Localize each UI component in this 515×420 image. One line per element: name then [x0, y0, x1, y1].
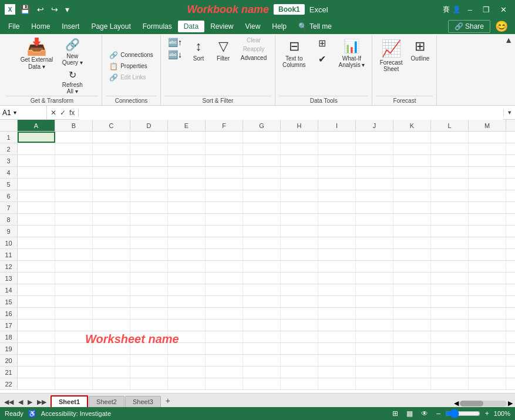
cell-D11[interactable] [130, 249, 168, 260]
cell-B15[interactable] [55, 296, 93, 307]
cell-H15[interactable] [281, 296, 318, 307]
cell-A9[interactable] [18, 226, 55, 237]
cell-E11[interactable] [168, 249, 206, 260]
cell-A19[interactable] [18, 343, 55, 354]
cell-A11[interactable] [18, 249, 55, 260]
cell-K2[interactable] [393, 143, 431, 154]
cell-J2[interactable] [356, 143, 393, 154]
cell-H2[interactable] [281, 143, 318, 154]
cell-F14[interactable] [206, 284, 243, 295]
cell-E4[interactable] [168, 167, 206, 178]
cell-C16[interactable] [93, 308, 130, 319]
get-external-data-button[interactable]: 📥 Get ExternalData ▾ [17, 36, 57, 73]
row-header-20[interactable]: 20 [0, 355, 18, 366]
row-header-6[interactable]: 6 [0, 190, 18, 201]
cell-H1[interactable] [281, 132, 318, 143]
cell-I11[interactable] [318, 249, 356, 260]
cell-G13[interactable] [243, 273, 281, 284]
cell-B8[interactable] [55, 214, 93, 225]
cell-H13[interactable] [281, 273, 318, 284]
cell-B12[interactable] [55, 261, 93, 272]
cell-L10[interactable] [431, 237, 469, 248]
close-button[interactable]: ✕ [497, 4, 510, 15]
cell-H3[interactable] [281, 155, 318, 166]
cell-L16[interactable] [431, 308, 469, 319]
sort-button[interactable]: ↕ Sort [187, 36, 210, 64]
sheet-nav-last[interactable]: ▶▶ [35, 397, 48, 407]
cell-M7[interactable] [469, 202, 506, 213]
cell-C15[interactable] [93, 296, 130, 307]
cell-C20[interactable] [93, 355, 130, 366]
cell-K19[interactable] [393, 343, 431, 354]
cell-G21[interactable] [243, 367, 281, 378]
cell-M19[interactable] [469, 343, 506, 354]
cell-A2[interactable] [18, 143, 55, 154]
connections-button[interactable]: 🔗 Connections [107, 51, 156, 60]
cell-B17[interactable] [55, 320, 93, 331]
cell-E12[interactable] [168, 261, 206, 272]
remove-duplicates-button[interactable]: ⊞ [310, 36, 334, 51]
cell-G22[interactable] [243, 378, 281, 389]
cell-B13[interactable] [55, 273, 93, 284]
cell-J19[interactable] [356, 343, 393, 354]
cell-I21[interactable] [318, 367, 356, 378]
cell-H22[interactable] [281, 378, 318, 389]
cell-A18[interactable] [18, 331, 55, 342]
cell-I12[interactable] [318, 261, 356, 272]
cell-M13[interactable] [469, 273, 506, 284]
cell-C6[interactable] [93, 190, 130, 201]
cell-E17[interactable] [168, 320, 206, 331]
reapply-button[interactable]: Reapply [236, 45, 271, 53]
cell-A13[interactable] [18, 273, 55, 284]
cell-F3[interactable] [206, 155, 243, 166]
cell-J7[interactable] [356, 202, 393, 213]
cell-E15[interactable] [168, 296, 206, 307]
cell-A5[interactable] [18, 179, 55, 190]
cell-I9[interactable] [318, 226, 356, 237]
cell-J17[interactable] [356, 320, 393, 331]
h-scrollbar[interactable] [460, 401, 507, 406]
cell-I17[interactable] [318, 320, 356, 331]
cell-C5[interactable] [93, 179, 130, 190]
row-header-22[interactable]: 22 [0, 378, 18, 389]
share-button[interactable]: 🔗 Share [448, 20, 490, 33]
cell-F8[interactable] [206, 214, 243, 225]
col-header-D[interactable]: D [130, 120, 168, 131]
cell-E16[interactable] [168, 308, 206, 319]
cell-F4[interactable] [206, 167, 243, 178]
cell-B10[interactable] [55, 237, 93, 248]
cell-F21[interactable] [206, 367, 243, 378]
cell-E1[interactable] [168, 132, 206, 143]
cell-B20[interactable] [55, 355, 93, 366]
cell-C7[interactable] [93, 202, 130, 213]
col-header-C[interactable]: C [93, 120, 130, 131]
cell-G5[interactable] [243, 179, 281, 190]
row-header-9[interactable]: 9 [0, 226, 18, 237]
redo-button[interactable]: ↪ [49, 4, 60, 15]
zoom-in-button[interactable]: + [483, 408, 492, 419]
cell-F5[interactable] [206, 179, 243, 190]
row-header-16[interactable]: 16 [0, 308, 18, 319]
cell-D9[interactable] [130, 226, 168, 237]
cell-L8[interactable] [431, 214, 469, 225]
cell-L7[interactable] [431, 202, 469, 213]
cell-M9[interactable] [469, 226, 506, 237]
cell-E10[interactable] [168, 237, 206, 248]
cell-J1[interactable] [356, 132, 393, 143]
outline-button[interactable]: ⊞ Outline [408, 36, 433, 64]
cell-J6[interactable] [356, 190, 393, 201]
cell-J16[interactable] [356, 308, 393, 319]
confirm-formula-button[interactable]: ✓ [59, 109, 67, 117]
cell-D18[interactable] [130, 331, 168, 342]
cell-M1[interactable] [469, 132, 506, 143]
cell-A7[interactable] [18, 202, 55, 213]
sheet-tab-sheet2[interactable]: Sheet2 [89, 396, 124, 407]
cell-J12[interactable] [356, 261, 393, 272]
cell-B19[interactable] [55, 343, 93, 354]
cell-B21[interactable] [55, 367, 93, 378]
cell-A17[interactable] [18, 320, 55, 331]
cell-D5[interactable] [130, 179, 168, 190]
col-header-H[interactable]: H [281, 120, 318, 131]
cell-L15[interactable] [431, 296, 469, 307]
cell-B22[interactable] [55, 378, 93, 389]
